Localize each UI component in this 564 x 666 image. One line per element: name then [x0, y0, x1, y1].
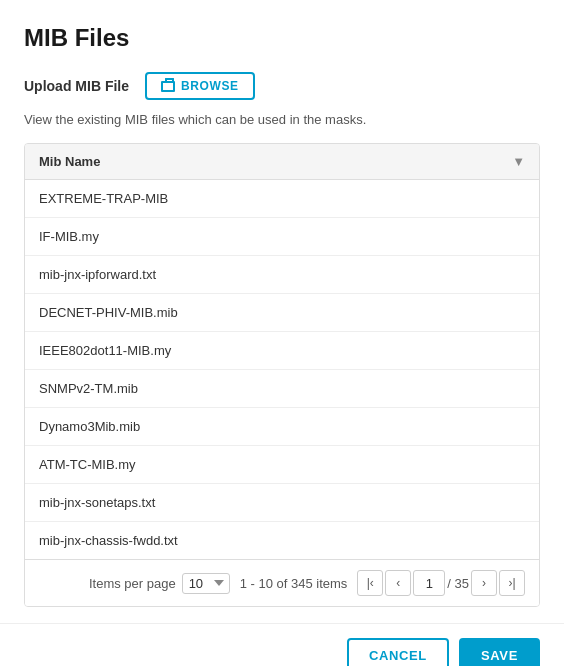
- table-row[interactable]: mib-jnx-chassis-fwdd.txt: [25, 522, 539, 559]
- table-row[interactable]: IF-MIB.my: [25, 218, 539, 256]
- table-row[interactable]: mib-jnx-ipforward.txt: [25, 256, 539, 294]
- description-text: View the existing MIB files which can be…: [24, 112, 540, 127]
- cancel-button[interactable]: CANCEL: [347, 638, 449, 666]
- folder-icon: [161, 81, 175, 92]
- last-page-button[interactable]: ›|: [499, 570, 525, 596]
- table-rows-container: EXTREME-TRAP-MIBIF-MIB.mymib-jnx-ipforwa…: [25, 180, 539, 559]
- page-title: MIB Files: [24, 24, 540, 52]
- table-row[interactable]: mib-jnx-sonetaps.txt: [25, 484, 539, 522]
- items-per-page-select[interactable]: 102550100: [182, 573, 230, 594]
- table-row[interactable]: SNMPv2-TM.mib: [25, 370, 539, 408]
- page-navigation: |‹ ‹ / 35 › ›|: [357, 570, 525, 596]
- save-button[interactable]: SAVE: [459, 638, 540, 666]
- next-page-button[interactable]: ›: [471, 570, 497, 596]
- browse-button[interactable]: BROWSE: [145, 72, 255, 100]
- upload-row: Upload MIB File BROWSE: [24, 72, 540, 100]
- mib-table: Mib Name ▼ EXTREME-TRAP-MIBIF-MIB.mymib-…: [24, 143, 540, 607]
- browse-label: BROWSE: [181, 79, 239, 93]
- page-range-info: 1 - 10 of 345 items: [240, 576, 348, 591]
- column-header-mib-name: Mib Name: [39, 154, 100, 169]
- total-pages-label: / 35: [447, 576, 469, 591]
- first-page-button[interactable]: |‹: [357, 570, 383, 596]
- prev-page-button[interactable]: ‹: [385, 570, 411, 596]
- current-page-input[interactable]: [413, 570, 445, 596]
- items-per-page-control: Items per page 102550100: [89, 573, 230, 594]
- table-row[interactable]: Dynamo3Mib.mib: [25, 408, 539, 446]
- table-row[interactable]: DECNET-PHIV-MIB.mib: [25, 294, 539, 332]
- items-per-page-label: Items per page: [89, 576, 176, 591]
- upload-label: Upload MIB File: [24, 78, 129, 94]
- table-row[interactable]: IEEE802dot11-MIB.my: [25, 332, 539, 370]
- table-header: Mib Name ▼: [25, 144, 539, 180]
- filter-icon[interactable]: ▼: [512, 154, 525, 169]
- table-row[interactable]: EXTREME-TRAP-MIB: [25, 180, 539, 218]
- footer: CANCEL SAVE: [0, 623, 564, 666]
- table-row[interactable]: ATM-TC-MIB.my: [25, 446, 539, 484]
- pagination-bar: Items per page 102550100 1 - 10 of 345 i…: [25, 559, 539, 606]
